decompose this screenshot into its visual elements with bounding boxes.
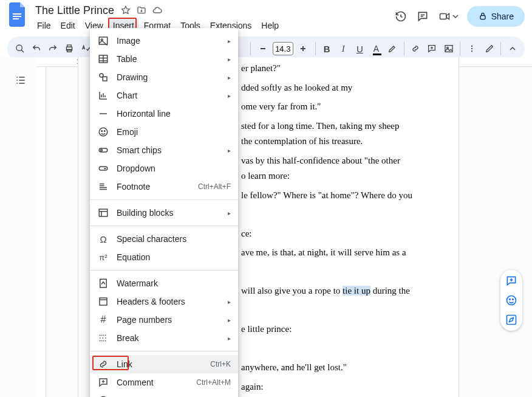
dd-special-characters[interactable]: ΩSpecial characters bbox=[90, 230, 238, 248]
svg-point-16 bbox=[513, 299, 514, 300]
outline-icon[interactable] bbox=[10, 69, 32, 91]
dd-link[interactable]: LinkCtrl+K bbox=[90, 355, 238, 373]
svg-rect-18 bbox=[99, 37, 107, 44]
text-line[interactable]: vas by this half-confidence about "the o… bbox=[241, 153, 422, 184]
dd-smart-chips[interactable]: Smart chips▸ bbox=[90, 141, 238, 159]
dd-chart[interactable]: Chart▸ bbox=[90, 86, 238, 105]
comment-icon bbox=[97, 376, 109, 388]
add-comment-icon[interactable] bbox=[425, 40, 440, 57]
menu-help[interactable]: Help bbox=[257, 18, 283, 33]
print-icon[interactable] bbox=[61, 40, 77, 57]
move-icon[interactable] bbox=[136, 5, 147, 16]
svg-rect-29 bbox=[99, 209, 107, 216]
svg-rect-4 bbox=[480, 16, 485, 19]
add-comment-icon[interactable] bbox=[504, 274, 519, 288]
break-icon bbox=[97, 332, 109, 344]
text-line[interactable]: e little prince: bbox=[241, 322, 422, 337]
text-color-icon[interactable]: A bbox=[369, 40, 384, 57]
text-line[interactable]: will also give you a rope to tie it up d… bbox=[241, 283, 422, 299]
share-button[interactable]: Share bbox=[467, 6, 525, 27]
dd-watermark[interactable]: Watermark bbox=[90, 274, 238, 292]
insert-link-icon[interactable] bbox=[408, 40, 423, 57]
insert-image-icon[interactable] bbox=[441, 40, 456, 57]
omega-icon: Ω bbox=[97, 233, 109, 245]
building-blocks-icon bbox=[97, 207, 109, 219]
suggest-edits-icon[interactable] bbox=[504, 312, 519, 327]
outline-rail bbox=[10, 69, 32, 91]
text-line[interactable]: er planet?" bbox=[241, 61, 422, 77]
dd-dropdown[interactable]: Dropdown bbox=[90, 159, 238, 178]
svg-rect-1 bbox=[13, 16, 21, 17]
underline-icon[interactable]: U bbox=[352, 40, 367, 57]
decrease-font-icon[interactable] bbox=[254, 40, 271, 57]
history-icon[interactable] bbox=[394, 10, 408, 23]
svg-point-11 bbox=[471, 46, 472, 47]
text-line[interactable]: ave me, is that, at night, it will serve… bbox=[241, 245, 422, 261]
chevron-up-icon[interactable] bbox=[505, 40, 520, 57]
smart-chips-icon bbox=[97, 144, 109, 156]
svg-point-25 bbox=[104, 131, 106, 132]
text-line[interactable]: ome very far from it." bbox=[241, 99, 422, 115]
svg-rect-2 bbox=[13, 18, 19, 19]
hash-icon: # bbox=[97, 314, 109, 326]
text-line[interactable]: anywhere, and he'll get lost." bbox=[241, 360, 422, 376]
cloud-icon[interactable] bbox=[152, 5, 163, 16]
undo-icon[interactable] bbox=[29, 40, 44, 57]
editing-mode-icon[interactable] bbox=[482, 40, 497, 57]
header: The Little Prince File Edit View Insert … bbox=[0, 0, 532, 33]
dd-footnote[interactable]: FootnoteCtrl+Alt+F bbox=[90, 178, 238, 196]
text-line[interactable]: dded softly as he looked at my bbox=[241, 80, 422, 96]
highlight-icon[interactable] bbox=[385, 40, 400, 57]
dd-emoji-reaction[interactable]: Emoji reaction bbox=[90, 392, 238, 397]
dd-break[interactable]: Break▸ bbox=[90, 329, 238, 347]
selected-text[interactable]: tie it up bbox=[343, 286, 370, 295]
dd-page-numbers[interactable]: #Page numbers▸ bbox=[90, 311, 238, 329]
dd-drawing[interactable]: Drawing▸ bbox=[90, 68, 238, 86]
docs-logo-icon[interactable] bbox=[7, 4, 29, 26]
redo-icon[interactable] bbox=[45, 40, 60, 57]
dd-image[interactable]: Image▸ bbox=[90, 32, 238, 50]
vertical-ruler[interactable] bbox=[36, 67, 46, 397]
image-icon bbox=[97, 35, 109, 47]
increase-font-icon[interactable] bbox=[295, 40, 312, 57]
search-menus-icon[interactable] bbox=[12, 40, 27, 57]
dd-horizontal-line[interactable]: Horizontal line bbox=[90, 105, 238, 123]
document-body[interactable]: er planet?" dded softly as he looked at … bbox=[241, 61, 422, 397]
font-size-input[interactable] bbox=[273, 42, 293, 55]
drawing-icon bbox=[97, 71, 109, 83]
menu-edit[interactable]: Edit bbox=[56, 18, 80, 33]
share-label: Share bbox=[491, 12, 514, 21]
emoji-reaction-icon[interactable] bbox=[504, 293, 519, 308]
dd-comment[interactable]: CommentCtrl+Alt+M bbox=[90, 373, 238, 392]
meet-button[interactable] bbox=[438, 11, 459, 22]
text-line[interactable]: ce: bbox=[241, 226, 422, 242]
comment-actions-pill bbox=[500, 270, 522, 331]
text-line[interactable]: sted for a long time. Then, taking my sh… bbox=[241, 119, 422, 150]
svg-rect-17 bbox=[507, 316, 516, 325]
dd-building-blocks[interactable]: Building blocks▸ bbox=[90, 204, 238, 222]
text-line[interactable]: again: bbox=[241, 379, 422, 395]
document-title[interactable]: The Little Prince bbox=[33, 4, 117, 17]
dd-headers-footers[interactable]: Headers & footers▸ bbox=[90, 292, 238, 311]
dropdown-icon bbox=[97, 162, 109, 174]
table-icon bbox=[97, 53, 109, 65]
watermark-icon bbox=[97, 277, 109, 289]
bold-icon[interactable]: B bbox=[319, 40, 335, 57]
svg-rect-31 bbox=[100, 298, 107, 305]
dd-equation[interactable]: π²Equation bbox=[90, 248, 238, 266]
workspace: 1 2 3 4 5 6 7 er planet?" dded softly as… bbox=[0, 57, 532, 397]
svg-point-24 bbox=[101, 131, 103, 132]
font-size-control bbox=[254, 40, 312, 57]
dd-emoji[interactable]: Emoji bbox=[90, 123, 238, 141]
more-icon[interactable] bbox=[464, 40, 479, 57]
svg-rect-3 bbox=[440, 14, 446, 19]
italic-icon[interactable]: I bbox=[336, 40, 351, 57]
star-icon[interactable] bbox=[120, 5, 131, 16]
dd-table[interactable]: Table▸ bbox=[90, 50, 238, 68]
svg-point-27 bbox=[101, 150, 103, 151]
comments-icon[interactable] bbox=[416, 10, 429, 23]
svg-rect-7 bbox=[67, 45, 71, 47]
text-line[interactable]: le fellow?" Where is "at home"? Where do… bbox=[241, 188, 422, 204]
insert-dropdown: Image▸ Table▸ Drawing▸ Chart▸ Horizontal… bbox=[90, 28, 238, 397]
menu-file[interactable]: File bbox=[33, 18, 55, 33]
